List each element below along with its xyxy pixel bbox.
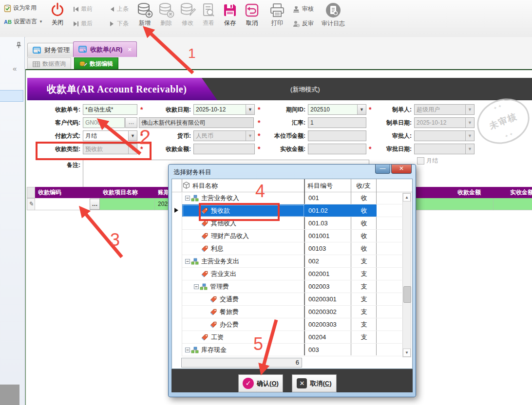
print-button[interactable]: 打印 <box>266 2 288 27</box>
tree-row[interactable]: 库存现金 003 <box>172 344 402 356</box>
prev-record-button[interactable]: 上条 <box>109 5 129 13</box>
tag-icon <box>201 333 209 341</box>
close-button[interactable]: 关闭 <box>46 2 69 27</box>
tree-row-filler <box>377 293 402 306</box>
tree-name-header[interactable]: 科目名称 <box>192 182 218 190</box>
view-button[interactable]: 查看 <box>197 2 220 27</box>
code-lookup-button[interactable]: … <box>90 199 100 210</box>
unaudit-label: 反审 <box>302 19 314 28</box>
add-label: 新增 <box>139 19 151 27</box>
language-button[interactable]: AB 设置语言 ▼ <box>4 18 43 26</box>
tree-expand-icon[interactable] <box>185 258 199 265</box>
cancel-button[interactable]: 取消 <box>241 2 263 27</box>
tree-row[interactable]: 办公费 00200303 支 <box>172 318 402 331</box>
last-record-button[interactable]: 最后 <box>73 19 93 28</box>
tree-row-label: 营业支出 <box>211 270 236 278</box>
tree-row[interactable]: 餐旅费 00200302 支 <box>172 306 402 318</box>
modify-button[interactable]: 修改 <box>176 2 199 27</box>
receipt-amount-input[interactable] <box>193 144 255 154</box>
tree-code-header[interactable]: 科目编号 <box>307 182 333 190</box>
delete-button[interactable]: 删除 <box>155 2 177 27</box>
minimize-button[interactable]: — <box>375 165 390 174</box>
scroll-down-icon[interactable]: ▼ <box>403 349 411 357</box>
monthly-checkbox[interactable]: 月结 <box>417 157 438 165</box>
tab-finance-management[interactable]: 财务管理 <box>27 43 75 57</box>
receipt-no-input[interactable] <box>83 104 137 115</box>
tree-row-name[interactable]: 管理费 <box>182 280 304 293</box>
language-ab-icon: AB <box>4 19 12 25</box>
tree-row[interactable]: 营业支出 002001 支 <box>172 268 402 280</box>
period-id-select[interactable]: 202510▼ <box>308 104 366 115</box>
tree-row-name[interactable]: 利息 <box>182 242 304 255</box>
first-record-button[interactable]: 最前 <box>73 5 93 13</box>
audit-log-icon <box>325 2 342 18</box>
first-record-icon <box>73 6 79 12</box>
tree-row-flow: 收 <box>351 204 377 217</box>
tree-row-name[interactable]: 工资 <box>182 331 304 344</box>
tree-row[interactable]: 管理费 002003 支 <box>172 280 402 293</box>
tree-scrollbar[interactable]: ▲ ▼ <box>402 193 411 357</box>
scroll-up-icon[interactable]: ▲ <box>403 193 411 202</box>
receipt-date-label: 收款日期: <box>146 104 191 115</box>
pay-method-select[interactable]: 月结▼ <box>83 130 137 141</box>
maker-select: 超级用户▼ <box>414 104 475 115</box>
chevron-down-icon[interactable]: ▼ <box>128 131 137 141</box>
tab-close-icon[interactable]: × <box>128 46 132 53</box>
save-button[interactable]: 保存 <box>219 2 241 27</box>
receipt-date-select[interactable]: 2025-10-12▼ <box>193 104 255 115</box>
audit-log-button[interactable]: 审计日志 <box>321 2 346 28</box>
tree-row-name[interactable]: 办公费 <box>182 318 304 331</box>
cancel-button[interactable]: ✕ 取消(C) <box>292 374 337 392</box>
close-button[interactable]: ✕ <box>391 165 412 174</box>
cell-received[interactable] <box>494 198 532 210</box>
tree-row-name[interactable]: 库存现金 <box>182 344 304 356</box>
tab-receipt-ar[interactable]: 收款单(AR) × <box>73 41 137 57</box>
required-mark: * <box>258 130 260 141</box>
tree-row-flow: 收 <box>351 230 377 242</box>
tree-row-gutter <box>172 293 182 306</box>
chevron-down-icon[interactable]: ▼ <box>357 105 366 114</box>
x-icon: ✕ <box>297 378 307 388</box>
col-header-code[interactable]: 收款编码 <box>35 187 100 198</box>
tree-expand-icon[interactable] <box>194 283 208 290</box>
tree-row[interactable]: 理财产品收入 001001 收 <box>172 230 402 242</box>
favorite-button[interactable]: 设为常用 <box>4 4 37 12</box>
subtab-data-edit[interactable]: 数据编辑 <box>74 57 118 71</box>
tree-expand-icon[interactable] <box>185 347 199 353</box>
tree-row[interactable]: 利息 00103 收 <box>172 242 402 255</box>
tree-row[interactable]: 主营业务支出 002 支 <box>172 255 402 268</box>
tab-label: 收款单(AR) <box>90 45 122 54</box>
tree-row[interactable]: 工资 00204 支 <box>172 331 402 344</box>
tree-row-name[interactable]: 理财产品收入 <box>182 230 304 242</box>
tree-flow-header[interactable]: 收/支 <box>351 182 376 190</box>
cell-item-name[interactable] <box>100 198 155 210</box>
collapse-panel-icon[interactable]: « <box>13 64 17 73</box>
tree-row[interactable]: 交通费 00200301 支 <box>172 293 402 306</box>
tree-row-name[interactable]: 交通费 <box>182 293 304 306</box>
col-header-received[interactable]: 实收金额 <box>494 187 532 198</box>
tree-row-name[interactable]: 餐旅费 <box>182 306 304 318</box>
checkbox-icon[interactable] <box>417 157 424 165</box>
next-record-button[interactable]: 下条 <box>109 19 129 28</box>
sidebar-selected-item[interactable] <box>0 90 23 102</box>
tree-row-name[interactable]: 主营业务支出 <box>182 255 304 268</box>
unaudit-button[interactable]: 反审 <box>292 19 314 28</box>
audit-button[interactable]: 审核 <box>292 5 314 13</box>
chevron-down-icon[interactable]: ▼ <box>246 105 254 114</box>
pin-icon[interactable] <box>16 42 21 49</box>
tree-row-name[interactable]: 营业支出 <box>182 268 304 280</box>
tree-row-flow: 收 <box>351 192 377 204</box>
customer-code-input[interactable] <box>83 117 125 128</box>
subtab-data-query[interactable]: 数据查询 <box>27 57 71 71</box>
tree-row-flow: 支 <box>351 255 377 268</box>
tree-expand-icon[interactable] <box>185 195 199 202</box>
tree-row-flow: 支 <box>351 318 377 331</box>
add-button[interactable]: 新增 <box>133 2 156 27</box>
period-id-label: 期间ID: <box>262 104 305 115</box>
confirm-button[interactable]: ✓ 确认(O) <box>238 374 283 392</box>
col-header-item-name[interactable]: 收款项目名称 <box>100 187 155 198</box>
chevron-down-icon: ▼ <box>465 131 474 141</box>
scrollbar-thumb[interactable] <box>403 286 411 303</box>
customer-lookup-button[interactable]: … <box>125 117 137 128</box>
tree-row-label: 库存现金 <box>201 346 227 354</box>
